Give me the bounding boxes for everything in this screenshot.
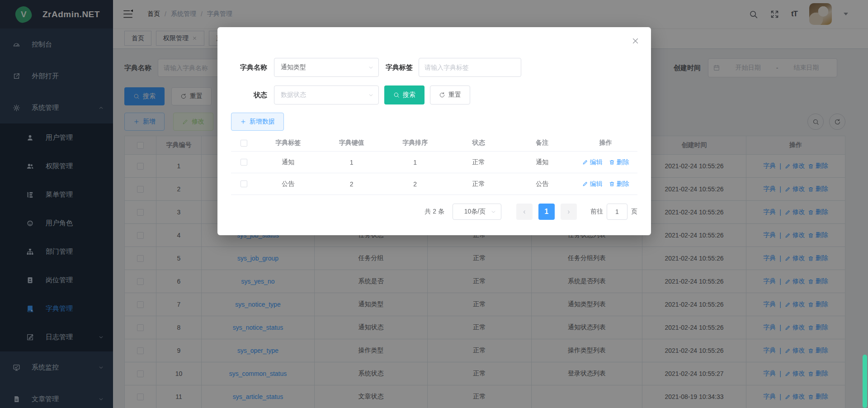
modal-cell-value: 1 [320,159,384,166]
modal-column-header: 操作 [574,139,638,147]
modal-column-header: 字典标签 [256,139,320,147]
modal-delete-link[interactable]: 删除 [609,158,629,166]
modal-cell-operations: 编辑删除 [574,180,638,188]
modal-column-header: 字典排序 [383,139,447,147]
modal-toolbar: 新增数据 [231,113,637,131]
edit-icon [582,181,588,187]
modal-status-label: 状态 [231,91,274,100]
goto-page-input-field[interactable] [607,204,627,219]
trash-icon [609,181,615,187]
dict-data-table: 字典标签字典键值字典排序状态备注操作通知11正常通知编辑删除公告22正常公告编辑… [231,135,637,195]
next-page-button[interactable]: › [561,204,577,220]
goto-label: 前往 [590,208,603,216]
modal-search-button[interactable]: 搜索 [384,85,425,104]
trash-icon [609,159,615,165]
modal-dict-name-value: 通知类型 [281,63,368,71]
close-icon[interactable] [632,37,639,45]
pagination-goto: 前往 页 [590,204,637,220]
pagination-total: 共 2 条 [425,208,444,216]
modal-cell-remark: 通知 [510,158,574,166]
modal-edit-link[interactable]: 编辑 [582,158,603,166]
modal-dict-label-input[interactable] [419,58,521,77]
modal-cell-status: 正常 [447,180,511,188]
modal-form-row-1: 字典名称 通知类型 字典标签 [231,58,637,77]
modal-table-row: 公告22正常公告编辑删除 [231,173,637,195]
modal-column-header: 备注 [510,139,574,147]
modal-cell-value: 2 [320,180,384,188]
modal-edit-link[interactable]: 编辑 [582,180,603,188]
page-unit-label: 页 [631,208,637,216]
scrollbar-thumb[interactable] [863,355,867,408]
modal-cell-label: 公告 [256,180,320,188]
modal-column-select[interactable] [231,140,256,147]
modal-cell-operations: 编辑删除 [574,158,638,166]
modal-cell-sort: 1 [383,159,447,166]
modal-column-header: 字典键值 [320,139,384,147]
chevron-down-icon [368,92,374,98]
modal-cell-sort: 2 [383,180,447,188]
pagination: 共 2 条 10条/页 ‹ 1 › 前往 页 [231,204,637,220]
prev-page-button[interactable]: ‹ [516,204,533,220]
modal-status-select[interactable]: 数据状态 [274,85,379,104]
modal-dict-name-select[interactable]: 通知类型 [274,58,379,77]
add-data-button-label: 新增数据 [250,118,275,126]
chevron-down-icon [491,209,496,215]
page-size-select[interactable]: 10条/页 [453,204,501,220]
modal-cell-select[interactable] [231,159,256,166]
modal-cell-select[interactable] [231,180,256,187]
page-number-1[interactable]: 1 [538,204,555,220]
modal-reset-button[interactable]: 重置 [430,85,470,104]
modal-dict-name-label: 字典名称 [231,63,274,72]
modal-form-row-2: 状态 数据状态 搜索 重置 [231,85,637,104]
add-data-button[interactable]: 新增数据 [231,113,284,131]
modal-cell-status: 正常 [447,158,511,166]
chevron-down-icon [368,65,374,71]
dict-data-dialog: 字典名称 通知类型 字典标签 状态 数据状态 搜索 重置 新增数据 字典标签字典 [217,27,651,235]
modal-row-checkbox[interactable] [241,159,247,166]
modal-cell-label: 通知 [256,158,320,166]
modal-table-row: 通知11正常通知编辑删除 [231,152,637,173]
modal-dict-label-label: 字典标签 [379,63,419,72]
modal-reset-button-label: 重置 [448,91,461,99]
goto-page-input[interactable] [607,204,627,220]
modal-dict-label-input-field[interactable] [419,58,521,76]
edit-icon [582,159,588,165]
modal-select-all-checkbox[interactable] [241,140,247,147]
modal-status-placeholder: 数据状态 [281,91,368,99]
modal-row-checkbox[interactable] [241,180,247,187]
modal-delete-link[interactable]: 删除 [609,180,629,188]
modal-search-button-label: 搜索 [403,91,415,99]
modal-cell-remark: 公告 [510,180,574,188]
modal-column-header: 状态 [447,139,511,147]
modal-table-header-row: 字典标签字典键值字典排序状态备注操作 [231,135,637,152]
page-size-value: 10条/页 [459,208,491,216]
